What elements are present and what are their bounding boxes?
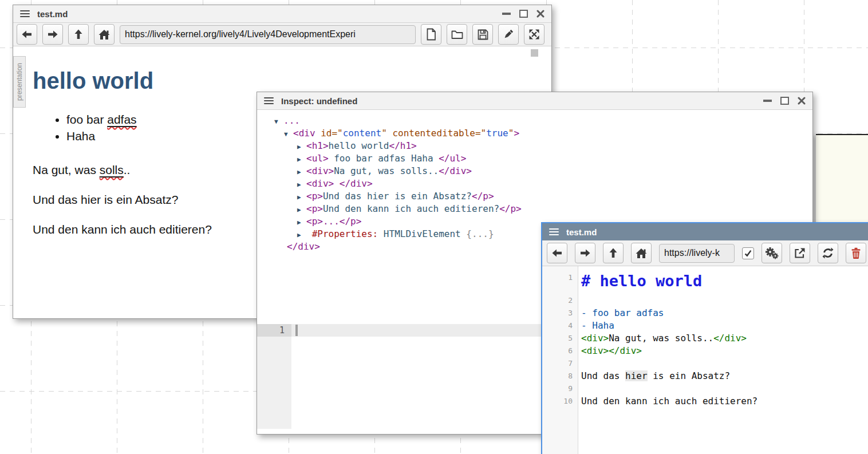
code-line[interactable]: 5<div>Na gut, was solls..</div> (542, 332, 868, 345)
window-titlebar[interactable]: test.md (542, 223, 868, 240)
line-number: 6 (542, 345, 578, 357)
code-line[interactable]: 7 (542, 357, 868, 370)
settings-button[interactable] (762, 243, 782, 263)
checkmark-icon (744, 250, 752, 257)
collapsed-arrow-icon[interactable]: ▶ (297, 204, 306, 216)
new-file-button[interactable] (421, 24, 441, 45)
expand-arrows-icon (528, 29, 540, 40)
dom-tree-node[interactable]: ▶<div>Na gut, was solls..</div> (257, 165, 812, 177)
background-window-edge[interactable] (816, 134, 868, 224)
minimize-button[interactable] (763, 100, 772, 102)
back-icon (551, 248, 563, 258)
url-field[interactable] (659, 244, 735, 263)
dom-tree-node[interactable]: ▼<div id="content" contenteditable="true… (257, 127, 812, 140)
code-line[interactable]: 10Und den kann ich auch editieren? (542, 395, 868, 408)
forward-icon (47, 30, 58, 39)
collapsed-arrow-icon[interactable]: ▶ (297, 179, 306, 191)
navigation-toolbar (542, 240, 868, 266)
expand-button[interactable] (524, 24, 545, 45)
collapsed-arrow-icon[interactable]: ▶ (297, 141, 306, 153)
maximize-button[interactable] (780, 97, 789, 105)
back-button[interactable] (17, 24, 37, 45)
open-external-button[interactable] (790, 243, 810, 263)
dom-tree-node[interactable]: ▶<ul> foo bar adfas Haha </ul> (257, 152, 812, 165)
code-line[interactable]: 6<div></div> (542, 345, 868, 357)
code-line[interactable]: 1# hello world (542, 271, 868, 294)
collapsed-arrow-icon[interactable]: ▶ (297, 229, 306, 242)
window-menu-icon[interactable] (264, 97, 274, 104)
back-button[interactable] (547, 243, 567, 263)
dom-tree-node[interactable]: ▶<div> </div> (257, 177, 812, 190)
code-line[interactable]: 8Und das hier is ein Absatz? (542, 370, 868, 382)
scrollbar-thumb[interactable] (531, 49, 538, 57)
window-title: test.md (566, 227, 868, 237)
line-number: 7 (542, 357, 578, 370)
preview-heading: hello world (33, 68, 551, 94)
window-markdown-editor: test.md (541, 222, 868, 454)
markdown-source-editor[interactable]: 1# hello world23- foo bar adfas4- Haha5<… (542, 266, 868, 454)
close-button[interactable] (536, 10, 545, 18)
code-area: 1# hello world23- foo bar adfas4- Haha5<… (542, 271, 868, 408)
window-title: Inspect: undefined (281, 96, 763, 106)
close-icon (536, 10, 545, 18)
auto-update-checkbox[interactable] (742, 247, 754, 259)
folder-icon (451, 30, 463, 40)
new-file-icon (426, 28, 436, 41)
gears-icon (765, 247, 779, 259)
misspelled-word: adfas (107, 113, 136, 126)
delete-button[interactable] (846, 243, 866, 263)
line-number: 8 (542, 370, 578, 382)
url-field[interactable] (120, 25, 416, 44)
pencil-icon (503, 29, 514, 40)
expanded-arrow-icon[interactable]: ▼ (274, 116, 283, 128)
line-number: 4 (542, 319, 578, 332)
window-titlebar[interactable]: test.md (13, 5, 551, 23)
maximize-button[interactable] (519, 10, 528, 18)
close-icon (798, 97, 806, 105)
editor-gutter (257, 337, 291, 429)
close-button[interactable] (798, 97, 806, 105)
save-icon (478, 29, 488, 40)
window-titlebar[interactable]: Inspect: undefined (257, 92, 812, 110)
trash-icon (851, 247, 861, 259)
forward-button[interactable] (42, 24, 63, 45)
window-menu-icon[interactable] (549, 228, 559, 235)
dom-tree-node[interactable]: ▶<p>Und den kann ich auch editieren?</p> (257, 203, 812, 215)
collapsed-arrow-icon[interactable]: ▶ (297, 191, 306, 204)
line-number: 2 (542, 294, 578, 307)
code-line[interactable]: 9 (542, 382, 868, 395)
back-icon (21, 30, 33, 39)
up-button[interactable] (603, 243, 624, 263)
home-icon (636, 248, 647, 259)
dom-tree-node[interactable]: ▶<p>Und das hier is ein Absatz?</p> (257, 190, 812, 203)
presentation-tab-label: presentation (15, 63, 23, 101)
home-icon (98, 29, 110, 40)
collapsed-arrow-icon[interactable]: ▶ (297, 153, 306, 166)
dom-tree-node[interactable]: ▼... (257, 115, 812, 127)
reload-button[interactable] (818, 243, 838, 263)
window-menu-icon[interactable] (20, 10, 30, 17)
expanded-arrow-icon[interactable]: ▼ (284, 128, 293, 141)
home-button[interactable] (94, 24, 115, 45)
refresh-icon (822, 247, 834, 259)
forward-button[interactable] (575, 243, 595, 263)
edit-button[interactable] (498, 24, 519, 45)
home-button[interactable] (631, 243, 652, 263)
minimize-button[interactable] (502, 13, 511, 15)
code-line[interactable]: 3- foo bar adfas (542, 307, 868, 319)
line-number: 5 (542, 332, 578, 345)
presentation-tab[interactable]: presentation (13, 56, 26, 108)
external-link-icon (794, 247, 806, 259)
code-line[interactable]: 4- Haha (542, 319, 868, 332)
collapsed-arrow-icon[interactable]: ▶ (297, 216, 306, 229)
open-folder-button[interactable] (447, 24, 467, 45)
line-number: 10 (542, 395, 578, 408)
up-arrow-icon (609, 247, 618, 259)
dom-tree-node[interactable]: ▶<h1>hello world</h1> (257, 140, 812, 152)
window-title: test.md (37, 9, 502, 19)
desktop: test.md (0, 0, 868, 454)
up-button[interactable] (68, 24, 89, 45)
save-button[interactable] (472, 24, 493, 45)
collapsed-arrow-icon[interactable]: ▶ (297, 166, 306, 179)
code-line[interactable]: 2 (542, 294, 868, 307)
